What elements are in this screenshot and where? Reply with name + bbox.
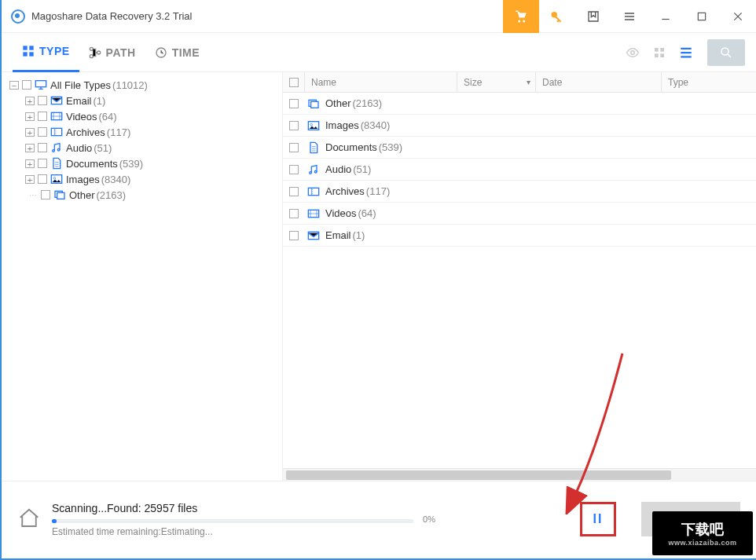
checkbox[interactable]: [38, 112, 47, 121]
video-icon: [306, 208, 321, 219]
svg-rect-1: [23, 46, 27, 49]
title-bar: Magoshare Data Recovery 3.2 Trial: [2, 0, 756, 33]
svg-point-14: [721, 48, 728, 55]
tree-item-email[interactable]: + Email (1): [9, 93, 274, 108]
checkbox[interactable]: [38, 96, 47, 105]
expand-icon[interactable]: +: [25, 175, 35, 184]
home-icon: [17, 507, 41, 530]
scan-status: Scanning...Found: 25957 files 0% Estimat…: [52, 502, 563, 537]
search-button[interactable]: [707, 39, 745, 66]
svg-point-19: [53, 150, 55, 152]
tree-item-documents[interactable]: + Documents (539): [9, 156, 274, 171]
email-icon: [306, 230, 321, 241]
bookmark-button[interactable]: [575, 0, 611, 33]
checkbox[interactable]: [38, 127, 47, 137]
tree-label: Archives: [66, 126, 105, 138]
tab-type[interactable]: TYPE: [13, 33, 79, 72]
col-type[interactable]: Type: [662, 72, 756, 93]
home-button[interactable]: [17, 507, 42, 532]
tree-item-videos[interactable]: + Videos (64): [9, 108, 274, 124]
col-checkbox[interactable]: [283, 72, 305, 93]
tab-time[interactable]: TIME: [145, 33, 209, 72]
collapse-icon[interactable]: −: [9, 81, 19, 90]
tree-label: All File Types: [50, 79, 111, 91]
eye-view-button[interactable]: [619, 39, 646, 66]
checkbox[interactable]: [38, 143, 47, 152]
tree-item-other[interactable]: ⋯ Other (2163): [9, 187, 274, 203]
pause-icon: II: [593, 512, 604, 526]
other-folder-icon: [53, 189, 66, 200]
cart-button[interactable]: [503, 0, 539, 33]
svg-rect-0: [698, 13, 705, 20]
checkbox[interactable]: [289, 143, 299, 152]
checkbox[interactable]: [289, 165, 299, 174]
tab-path[interactable]: PATH: [79, 33, 145, 72]
menu-button[interactable]: [611, 0, 648, 33]
row-count: (64): [358, 207, 376, 219]
key-button[interactable]: [539, 0, 575, 33]
checkbox[interactable]: [41, 190, 50, 199]
checkbox[interactable]: [289, 209, 299, 218]
grid-view-button[interactable]: [646, 39, 673, 66]
list-row-archives[interactable]: Archives(117): [283, 181, 756, 203]
checkbox[interactable]: [289, 121, 299, 130]
list-view-button[interactable]: [673, 39, 699, 66]
checkbox[interactable]: [289, 187, 299, 196]
expand-icon[interactable]: +: [25, 159, 35, 168]
svg-rect-18: [51, 128, 61, 135]
expand-icon[interactable]: +: [25, 112, 35, 121]
cart-icon: [514, 9, 528, 24]
close-button[interactable]: [720, 0, 756, 33]
main-content: − All File Types (11012) + Email (1) + V…: [2, 72, 756, 481]
row-label: Other: [325, 97, 351, 109]
audio-icon: [50, 142, 63, 153]
expand-icon[interactable]: +: [25, 128, 35, 137]
maximize-button[interactable]: [684, 0, 720, 33]
checkbox[interactable]: [289, 231, 299, 240]
pause-button[interactable]: II: [580, 502, 616, 536]
list-row-other[interactable]: Other(2163): [283, 93, 756, 115]
list-row-audio[interactable]: Audio(51): [283, 159, 756, 181]
row-label: Documents: [325, 141, 377, 153]
tree-count: (8340): [101, 174, 131, 185]
checkbox[interactable]: [38, 174, 47, 184]
col-size[interactable]: Size: [457, 72, 536, 93]
file-type-tree[interactable]: − All File Types (11012) + Email (1) + V…: [2, 72, 282, 481]
eye-icon: [626, 46, 640, 60]
tree-label: Documents: [66, 158, 118, 170]
tab-label: PATH: [106, 46, 136, 59]
svg-rect-10: [655, 48, 659, 52]
row-count: (51): [353, 163, 371, 175]
minimize-button[interactable]: [648, 0, 684, 33]
col-date[interactable]: Date: [536, 72, 662, 93]
row-label: Archives: [325, 185, 365, 197]
checkbox[interactable]: [22, 80, 31, 90]
checkbox[interactable]: [289, 99, 299, 108]
other-folder-icon: [306, 98, 321, 109]
expand-icon[interactable]: +: [25, 97, 35, 105]
col-name[interactable]: Name: [305, 72, 457, 93]
list-row-documents[interactable]: Documents(539): [283, 137, 756, 159]
tree-item-images[interactable]: + Images (8340): [9, 171, 274, 187]
tree-item-audio[interactable]: + Audio (51): [9, 140, 274, 156]
scroll-thumb[interactable]: [286, 470, 671, 480]
checkbox[interactable]: [38, 159, 47, 168]
view-tabs: TYPE PATH TIME: [2, 33, 756, 72]
tree-root[interactable]: − All File Types (11012): [9, 77, 274, 93]
list-row-email[interactable]: Email(1): [283, 225, 756, 247]
svg-point-6: [90, 54, 93, 57]
list-row-videos[interactable]: Videos(64): [283, 203, 756, 225]
list-row-images[interactable]: Images(8340): [283, 115, 756, 137]
horizontal-scrollbar[interactable]: [283, 468, 756, 481]
status-footer: Scanning...Found: 25957 files 0% Estimat…: [2, 481, 756, 557]
tree-children: + Email (1) + Videos (64) + Archives (11…: [9, 93, 274, 203]
tree-label: Other: [69, 189, 95, 201]
svg-point-20: [57, 148, 60, 151]
eta-text: Estimated time remaining:Estimating...: [52, 526, 563, 537]
tree-item-archives[interactable]: + Archives (117): [9, 124, 274, 140]
expand-icon[interactable]: +: [25, 144, 35, 152]
tree-count: (539): [119, 158, 143, 170]
watermark-url: www.xiazaiba.com: [668, 539, 736, 547]
maximize-icon: [696, 11, 707, 22]
svg-point-29: [310, 171, 312, 174]
